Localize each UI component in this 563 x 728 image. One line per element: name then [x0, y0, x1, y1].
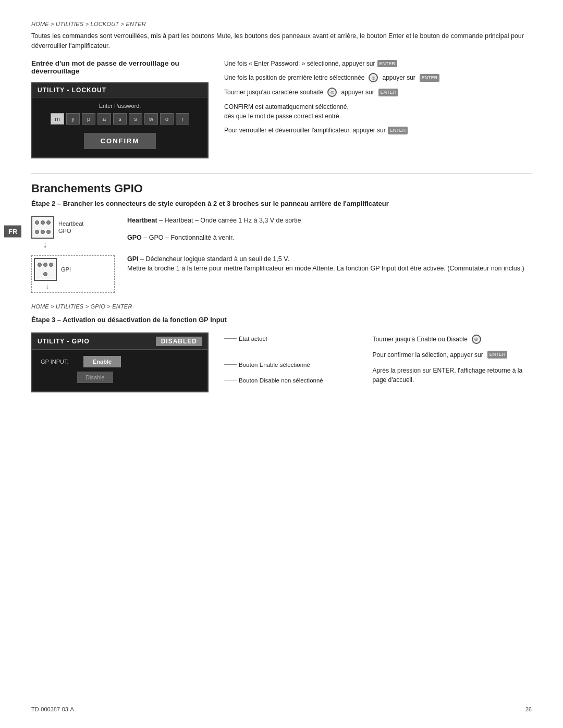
note-text-5: Pour verrouiller et déverrouiller l'ampl… [224, 126, 386, 135]
char-y: y [66, 113, 80, 125]
bouton-disable-label: Bouton Disable non sélectionné [239, 376, 323, 385]
confirm-button[interactable]: CONFIRM [84, 133, 156, 149]
gpi-label: GPI [61, 266, 71, 273]
note-apres-text: Après la pression sur ENTER, l'affichage… [373, 366, 532, 385]
password-chars-row: m y p a s s w o r [41, 113, 199, 125]
utility-gpio-screen: UTILITY - GPIO DISABLED GP INPUT: Enable… [31, 332, 209, 392]
enable-button[interactable]: Enable [83, 356, 121, 367]
utility-lockout-title-bar: UTILITY - LOCKOUT [32, 83, 207, 97]
lockout-notes: Une fois « Enter Password: » sélectionné… [224, 59, 532, 158]
note-tourner-text: Tourner jusqu'à Enable ou Disable [373, 335, 468, 344]
bouton-enable-label: Bouton Enable sélectionné [239, 361, 310, 369]
note-text-1: Une fois « Enter Password: » sélectionné… [224, 59, 375, 68]
enter-icon-5: ENTER [388, 127, 408, 134]
lockout-note-5: Pour verrouiller et déverrouiller l'ampl… [224, 126, 532, 135]
connector-icon-gpi [34, 258, 57, 281]
disabled-badge: DISABLED [156, 337, 202, 346]
page-footer: TD-000387-03-A 26 [31, 706, 532, 712]
enter-icon-3: ENTER [378, 89, 399, 96]
enter-icon-gpio: ENTER [487, 351, 508, 359]
heartbeat-gpo-connector: Heartbeat GPO ↓ [31, 216, 115, 249]
char-r: r [176, 113, 189, 125]
note-text-2b: appuyer sur [382, 73, 415, 82]
gpi-detail: Mettre la broche 1 à la terre pour mettr… [127, 265, 524, 272]
heartbeat-label: Heartbeat [58, 220, 83, 227]
lockout-note-1: Une fois « Enter Password: » sélectionné… [224, 59, 532, 68]
gpio-screen-wrapper: UTILITY - GPIO DISABLED GP INPUT: Enable… [31, 332, 209, 392]
disable-button[interactable]: Disable [77, 372, 113, 383]
char-o: o [160, 113, 174, 125]
gpio-step2: Heartbeat GPO ↓ GPI ↓ Heartbeat – He [31, 216, 532, 293]
breadcrumb-gpio: HOME > UTILITIES > GPIO > ENTER [31, 303, 532, 310]
knob-icon-2: ◎ [327, 88, 337, 97]
knob-icon-gpio: ◎ [472, 335, 481, 344]
char-s1: s [113, 113, 127, 125]
utility-lockout-screen: UTILITY - LOCKOUT Enter Password: m y p … [31, 82, 209, 158]
gpi-desc: GPI – Déclencheur logique standard à un … [127, 254, 532, 274]
enter-icon-1: ENTER [377, 60, 398, 68]
page-number: 26 [525, 706, 532, 712]
gpio-connectors: Heartbeat GPO ↓ GPI ↓ [31, 216, 115, 293]
enter-password-label: Enter Password: [41, 103, 199, 109]
lockout-note-2: Une fois la position de première lettre … [224, 73, 532, 82]
knob-icon-1: ◎ [369, 73, 378, 82]
lockout-screen-wrapper: Entrée d'un mot de passe de verrouillage… [31, 59, 209, 158]
gp-input-label: GP INPUT: [41, 359, 77, 365]
etat-actuel-annot: État actuel [224, 335, 357, 343]
note-text-3: Tourner jusqu'au caractère souhaité [224, 88, 323, 97]
note-tourner: Tourner jusqu'à Enable ou Disable ◎ [373, 335, 532, 344]
gpi-connector-wrapper: GPI ↓ [31, 255, 115, 293]
utility-lockout-body: Enter Password: m y p a s s w o r CONFIR… [32, 97, 207, 157]
breadcrumb-lockout: HOME > UTILITIES > LOCKOUT > ENTER [31, 21, 532, 27]
fr-label: FR [4, 226, 21, 238]
char-p: p [82, 113, 95, 125]
step3-heading: Étape 3 – Activation ou désactivation de… [31, 315, 532, 325]
gpio-body: GP INPUT: Enable Disable [32, 350, 207, 391]
char-m: m [51, 113, 64, 125]
gpio-screen-annots: État actuel Bouton Enable sélectionné Bo… [224, 335, 357, 385]
intro-text: Toutes les commandes sont verrouillées, … [31, 31, 532, 51]
gp-input-row: GP INPUT: Enable [41, 356, 199, 367]
note-confirmer-text: Pour confirmer la sélection, appuyer sur [373, 350, 483, 360]
enter-icon-2: ENTER [420, 74, 440, 82]
gpio-screen-title: UTILITY - GPIO [38, 338, 90, 345]
step2-heading: Étape 2 – Brancher les connecteurs de st… [31, 199, 532, 209]
gpio-title-bar: UTILITY - GPIO DISABLED [32, 334, 207, 350]
gpio-right-notes: Tourner jusqu'à Enable ou Disable ◎ Pour… [373, 335, 532, 385]
lockout-note-4: CONFIRM est automatiquement sélectionné,… [224, 102, 532, 121]
connector-icon-hb [31, 216, 54, 239]
gpo-label: GPO [58, 228, 83, 234]
gpio-section-title: Branchements GPIO [31, 182, 532, 195]
etat-actuel-label: État actuel [239, 335, 267, 343]
bouton-disable-annot: Bouton Disable non sélectionné [224, 376, 357, 385]
char-a: a [97, 113, 111, 125]
lockout-section: Entrée d'un mot de passe de verrouillage… [31, 59, 532, 158]
lockout-note-3: Tourner jusqu'au caractère souhaité ◎ ap… [224, 88, 532, 97]
note-text-2: Une fois la position de première lettre … [224, 73, 364, 82]
gpio-descriptions: Heartbeat – Heartbeat – Onde carrée 1 Hz… [127, 216, 532, 274]
char-s2: s [129, 113, 142, 125]
note-apres: Après la pression sur ENTER, l'affichage… [373, 366, 532, 385]
gpio-utility-section: UTILITY - GPIO DISABLED GP INPUT: Enable… [31, 332, 532, 392]
doc-number: TD-000387-03-A [31, 706, 74, 712]
note-confirmer: Pour confirmer la sélection, appuyer sur… [373, 350, 532, 360]
bouton-enable-annot: Bouton Enable sélectionné [224, 361, 357, 369]
heartbeat-desc: Heartbeat – Heartbeat – Onde carrée 1 Hz… [127, 216, 532, 226]
section-heading-lockout: Entrée d'un mot de passe de verrouillage… [31, 59, 209, 75]
gpo-desc: GPO – GPO – Fonctionnalité à venir. [127, 233, 532, 243]
note-text-3b: appuyer sur [341, 88, 374, 97]
char-w: w [144, 113, 158, 125]
